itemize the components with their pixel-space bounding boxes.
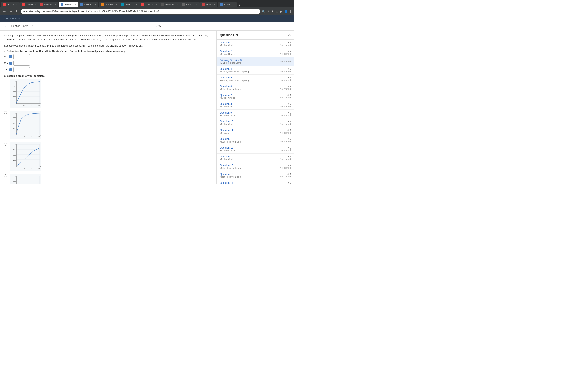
question-list-close-button[interactable]: ✕ bbox=[288, 33, 291, 37]
tab-paraph[interactable]: Paraph... × bbox=[180, 2, 200, 7]
tab-gunvio[interactable]: Gun Vie... × bbox=[159, 2, 180, 7]
question-list-item-5[interactable]: Question 5 Math Symbolic and Graphing - … bbox=[217, 75, 294, 83]
tab-close-vculib[interactable]: × bbox=[156, 3, 157, 6]
tab-nwp[interactable]: NWP A... × bbox=[59, 2, 78, 7]
question-list-item-8[interactable]: Question 8 Multiple Choice - / 5 Not sta… bbox=[217, 101, 294, 110]
menu-icon[interactable]: ⋮ bbox=[289, 10, 292, 13]
question-header-icons: ☰ ⋮ bbox=[282, 25, 290, 27]
tab-vculib[interactable]: VCU Lit... × bbox=[139, 2, 159, 7]
input-field-A[interactable] bbox=[13, 54, 30, 59]
graph-wrapper-3: T t 100 200 300 10 20 30 bbox=[10, 142, 41, 171]
graph-radio-4[interactable] bbox=[4, 174, 7, 177]
question-list-item-score-1: - / 5 bbox=[280, 42, 291, 44]
tab-favicon-gunvio bbox=[162, 3, 164, 6]
tab-close-paraph[interactable]: × bbox=[196, 3, 198, 6]
question-list-item-left-12: Question 12 Math Fill in the Blank bbox=[220, 138, 280, 143]
tab-topic[interactable]: Topic C... × bbox=[119, 2, 139, 7]
question-panel: If an object is put in an environment wi… bbox=[0, 31, 216, 184]
question-more-icon[interactable]: ⋮ bbox=[287, 25, 290, 27]
next-question-button[interactable]: › bbox=[31, 24, 35, 28]
extension-icon[interactable]: ◰ bbox=[276, 10, 278, 13]
question-list-item-right-1: - / 5 Not started bbox=[280, 42, 291, 46]
breadcrumb-bar: ← Wiley WK#11 bbox=[0, 16, 294, 22]
question-list-item-type-13: Multiple Choice bbox=[220, 149, 280, 152]
question-list-item-4[interactable]: Question 4 Math Symbolic and Graphing - … bbox=[217, 66, 294, 75]
tab-close-search[interactable]: × bbox=[214, 3, 215, 6]
question-list-item-14[interactable]: Question 14 Multiple Choice - / 5 Not st… bbox=[217, 154, 294, 162]
question-list-item-2[interactable]: Question 2 Multiple Choice - / 5 Not sta… bbox=[217, 48, 294, 57]
svg-text:10: 10 bbox=[23, 136, 25, 138]
breadcrumb-back-button[interactable]: ← Wiley WK#11 bbox=[2, 17, 20, 20]
question-list-item-type-10: Multiple Choice bbox=[220, 123, 280, 125]
tab-canvas[interactable]: Canvas × bbox=[20, 2, 38, 7]
tab-favicon-wiley bbox=[40, 3, 43, 6]
tab-close-dashb[interactable]: × bbox=[95, 3, 96, 6]
tab-annot[interactable]: annota... × bbox=[218, 2, 237, 7]
question-list-item-type-15: Math Fill in the Blank bbox=[220, 167, 280, 169]
question-list-item-right-13: - / 5 Not started bbox=[280, 147, 291, 151]
graph-radio-2[interactable] bbox=[4, 111, 7, 114]
svg-text:30: 30 bbox=[38, 136, 40, 138]
tab-search[interactable]: Search × bbox=[200, 2, 217, 7]
graph-wrapper-4: T t 100 200 300 10 20 30 bbox=[10, 174, 41, 184]
new-tab-button[interactable]: + bbox=[237, 4, 242, 7]
search-icon[interactable]: 🔍 bbox=[262, 10, 265, 13]
svg-text:10: 10 bbox=[23, 167, 25, 169]
tab-close-canvas[interactable]: × bbox=[34, 3, 36, 6]
question-list-header: Question List ✕ bbox=[217, 31, 294, 40]
forward-button[interactable]: → bbox=[9, 9, 13, 14]
tab-close-wiley[interactable]: × bbox=[55, 3, 56, 6]
question-list-item-type-16: Math Fill in the Blank bbox=[220, 175, 280, 178]
question-list-item-status-14: Not started bbox=[280, 158, 291, 160]
input-field-C[interactable] bbox=[13, 61, 30, 66]
tab-close-vcu[interactable]: × bbox=[16, 3, 17, 6]
question-list-item-16[interactable]: Question 16 Math Fill in the Blank - / 5… bbox=[217, 171, 294, 180]
question-list-item-1[interactable]: Question 1 Multiple Choice - / 5 Not sta… bbox=[217, 40, 294, 48]
question-list-item-name-9: Question 9 bbox=[220, 111, 280, 114]
question-list-item-7[interactable]: Question 7 Multiple Choice - / 5 Not sta… bbox=[217, 92, 294, 101]
graph-radio-1[interactable] bbox=[4, 80, 7, 82]
input-field-k[interactable] bbox=[13, 67, 30, 72]
question-list-item-9[interactable]: Question 9 Multiple Choice - / 5 Not sta… bbox=[217, 110, 294, 118]
tab-close-topic[interactable]: × bbox=[136, 3, 137, 6]
question-list-item-status-4: Not started bbox=[280, 70, 291, 73]
question-list-item-12[interactable]: Question 12 Math Fill in the Blank - / 5… bbox=[217, 136, 294, 145]
bookmark-icon[interactable]: ★ bbox=[271, 10, 274, 13]
question-list-icon[interactable]: ☰ bbox=[282, 25, 285, 27]
input-label-C: C = bbox=[4, 62, 8, 65]
graph-svg-1: T t 100 200 300 10 20 30 bbox=[10, 79, 41, 108]
share-icon[interactable]: ⇧ bbox=[267, 10, 269, 13]
tab-close-nwp[interactable]: × bbox=[75, 3, 76, 6]
question-list-item-score-16: - / 5 bbox=[280, 173, 291, 175]
sidebar-toggle-icon[interactable]: ▦ bbox=[280, 10, 282, 13]
reload-button[interactable]: ↻ bbox=[15, 9, 19, 14]
svg-text:t: t bbox=[40, 103, 41, 105]
browser-toolbar-icons: 🔍 ⇧ ★ ◰ ▦ 👤 ⋮ bbox=[262, 10, 292, 13]
address-input[interactable] bbox=[21, 8, 260, 14]
tab-ch1[interactable]: Ch 1 Ho... × bbox=[99, 2, 119, 7]
question-list-item-15[interactable]: Question 15 Math Fill in the Blank - / 5… bbox=[217, 162, 294, 171]
back-button[interactable]: ← bbox=[2, 9, 7, 14]
question-list-item-11[interactable]: Question 11 Multistep - / 5 Not started bbox=[217, 127, 294, 136]
tab-close-annot[interactable]: × bbox=[233, 3, 234, 6]
graph-radio-3[interactable] bbox=[4, 143, 7, 146]
tab-close-gunvio[interactable]: × bbox=[176, 3, 178, 6]
question-list-item-name-1: Question 1 bbox=[220, 41, 280, 44]
profile-icon[interactable]: 👤 bbox=[284, 10, 287, 13]
question-list-item-17[interactable]: Question 17 Math Fill in the Blank - / 5… bbox=[217, 180, 294, 184]
question-list-item-13[interactable]: Question 13 Multiple Choice - / 5 Not st… bbox=[217, 145, 294, 154]
tab-dashb[interactable]: Dashbo... × bbox=[78, 2, 98, 7]
prev-question-button[interactable]: ‹ bbox=[4, 24, 8, 28]
input-info-button-k[interactable]: i bbox=[9, 68, 12, 71]
question-list-item-name-13: Question 13 bbox=[220, 146, 280, 149]
input-info-button-C[interactable]: i bbox=[9, 62, 12, 65]
question-list-item-right-15: - / 5 Not started bbox=[280, 164, 291, 169]
question-list-item-3[interactable]: Viewing Question 3 Math Fill in the Blan… bbox=[217, 57, 294, 66]
tab-wiley[interactable]: Wiley W... × bbox=[38, 2, 58, 7]
question-list-item-10[interactable]: Question 10 Multiple Choice - / 5 Not st… bbox=[217, 118, 294, 127]
question-list-item-6[interactable]: Question 6 Math Fill in the Blank - / 5 … bbox=[217, 83, 294, 92]
input-info-button-A[interactable]: i bbox=[9, 55, 12, 58]
tab-vcu[interactable]: VCU - C × bbox=[1, 2, 20, 7]
question-list-item-left-10: Question 10 Multiple Choice bbox=[220, 120, 280, 125]
tab-close-ch1[interactable]: × bbox=[116, 3, 117, 6]
